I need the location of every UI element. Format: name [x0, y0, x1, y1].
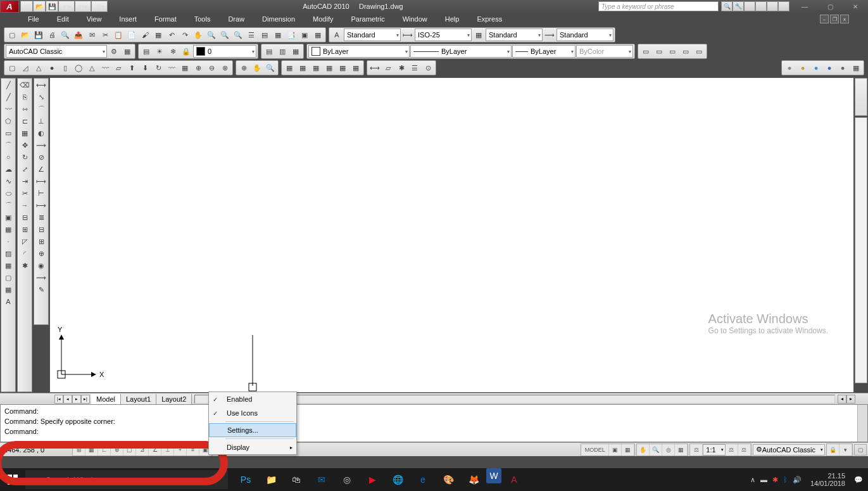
tray-up-icon[interactable]: ∧ — [750, 476, 755, 484]
d-cen-icon[interactable]: ⊕ — [35, 248, 47, 259]
v6-icon[interactable]: ▦ — [349, 61, 362, 74]
clean-screen-icon[interactable]: ▢ — [854, 444, 867, 456]
workspace-status-dropdown[interactable]: ⚙ AutoCAD Classic — [753, 444, 825, 456]
qat-undo-icon[interactable]: ↶▾ — [58, 1, 75, 12]
v4-icon[interactable]: ▦ — [323, 61, 336, 74]
ws-save-icon[interactable]: ▦ — [121, 45, 134, 58]
d-tol-icon[interactable]: ⊞ — [35, 236, 47, 247]
annot-scale-icon[interactable]: ⚖ — [690, 444, 703, 456]
match-icon[interactable]: 🖌 — [139, 29, 151, 41]
mdi-min-button[interactable]: – — [820, 15, 829, 23]
coords-display[interactable]: 1464. 258 , 0 — [1, 446, 71, 454]
scroll-left-icon[interactable]: ◂ — [838, 395, 846, 404]
d-lin-icon[interactable]: ⟷ — [35, 79, 47, 91]
menu-view[interactable]: View — [78, 13, 111, 25]
ducs-button[interactable]: ⊥ — [161, 444, 174, 456]
hatch-icon[interactable]: ▨ — [2, 248, 15, 259]
open-icon[interactable]: 📂 — [19, 29, 32, 41]
swe-icon[interactable]: 〰 — [165, 61, 178, 74]
line-icon[interactable]: ╱ — [2, 79, 15, 91]
mdi-close-button[interactable]: x — [840, 15, 849, 23]
textstyle-icon[interactable]: A — [330, 29, 343, 41]
3dpan-icon[interactable]: ✋ — [251, 61, 263, 74]
mass-icon[interactable]: ✱ — [395, 61, 408, 74]
rect-icon[interactable]: ▭ — [2, 127, 15, 139]
xline-icon[interactable]: ╱ — [2, 91, 15, 103]
explode-icon[interactable]: ✱ — [18, 260, 31, 271]
ortho-button[interactable]: ∟ — [98, 444, 111, 456]
arc-icon[interactable]: ⌒ — [2, 139, 15, 151]
tab-first-icon[interactable]: |◂ — [54, 395, 63, 404]
osnap-button[interactable]: ▢ — [123, 444, 136, 456]
rev-icon[interactable]: ↻ — [152, 61, 165, 74]
ext-icon[interactable]: ⬆ — [125, 61, 138, 74]
drawing-canvas[interactable]: X Y Activate Windows Go to Settings to a… — [49, 77, 854, 393]
mdi-restore-button[interactable]: ❐ — [830, 15, 839, 23]
3dosnap-button[interactable]: ⊿ — [136, 444, 149, 456]
otrack-button[interactable]: ∠ — [149, 444, 161, 456]
qv-layout-icon[interactable]: ▣ — [609, 444, 622, 456]
v2-icon[interactable]: ▦ — [296, 61, 309, 74]
command-window[interactable]: Command: Command: Specify opposite corne… — [0, 404, 868, 442]
app-chrome-icon[interactable]: 🌐 — [385, 468, 410, 491]
app-groove-icon[interactable]: ◎ — [334, 468, 360, 491]
grid-button[interactable]: ▦ — [85, 444, 98, 456]
sb-pan-icon[interactable]: ✋ — [637, 444, 650, 456]
pp-icon[interactable]: ⬇ — [139, 61, 151, 74]
markup-icon[interactable]: ▣ — [298, 29, 311, 41]
color-dropdown[interactable]: ByLayer — [308, 45, 410, 58]
spline-icon[interactable]: ∿ — [2, 175, 15, 187]
d-cont-icon[interactable]: ⟼ — [35, 200, 47, 211]
array-icon[interactable]: ▦ — [18, 127, 31, 139]
wedge-icon[interactable]: ◿ — [19, 61, 32, 74]
help-search-input[interactable]: Type a keyword or phrase — [598, 1, 719, 11]
menu-dimension[interactable]: Dimension — [253, 13, 304, 25]
menu-insert[interactable]: Insert — [110, 13, 146, 25]
tablestyle-dropdown[interactable]: Standard — [486, 29, 543, 41]
scroll-right-icon[interactable]: ▸ — [846, 395, 855, 404]
pline-icon[interactable]: 〰 — [2, 103, 15, 115]
tab-last-icon[interactable]: ▸| — [81, 395, 90, 404]
table-icon[interactable]: ▦ — [2, 284, 15, 295]
tray-battery-icon[interactable]: ▬ — [760, 476, 767, 483]
app-edge-icon[interactable]: e — [410, 468, 436, 491]
preview-icon[interactable]: 🔍 — [59, 29, 72, 41]
sb-show-icon[interactable]: ▦ — [675, 444, 688, 456]
copy-icon[interactable]: 📋 — [112, 29, 125, 41]
notifications-icon[interactable]: 💬 — [854, 476, 863, 484]
send-icon[interactable]: ✉ — [85, 29, 98, 41]
move-icon[interactable]: ✥ — [18, 139, 31, 151]
fillet-icon[interactable]: ◜ — [18, 248, 31, 259]
torus-icon[interactable]: ◯ — [72, 61, 85, 74]
cut-icon[interactable]: ✂ — [99, 29, 111, 41]
menu-parametric[interactable]: Parametric — [342, 13, 393, 25]
taskbar-clock[interactable]: 21.15 14/01/2018 — [807, 472, 849, 487]
v5-icon[interactable]: ▦ — [336, 61, 349, 74]
menu-file[interactable]: File — [19, 13, 48, 25]
stretch-icon[interactable]: ⇥ — [18, 175, 31, 187]
sphere-icon[interactable]: ● — [46, 61, 58, 74]
join-icon[interactable]: ⊞ — [18, 224, 31, 235]
menu-modify[interactable]: Modify — [304, 13, 342, 25]
mt3-icon[interactable]: ▭ — [666, 45, 679, 58]
break-icon[interactable]: ⊟ — [18, 212, 31, 223]
app-autocad-icon[interactable]: A — [501, 468, 527, 491]
app-firefox-icon[interactable]: 🦊 — [461, 468, 486, 491]
r1-icon[interactable]: ● — [783, 61, 796, 74]
lineweight-dropdown[interactable]: ByLayer — [512, 45, 576, 58]
copy-obj-icon[interactable]: ⎘ — [18, 91, 31, 103]
tp-icon[interactable]: ▦ — [272, 29, 284, 41]
annot-auto-icon[interactable]: ⚖ — [738, 444, 751, 456]
cone-icon[interactable]: △ — [32, 61, 45, 74]
menu-tools[interactable]: Tools — [186, 13, 220, 25]
ellarc-icon[interactable]: ⌒ — [2, 200, 15, 211]
d-ali-icon[interactable]: ⤡ — [35, 91, 47, 103]
v1-icon[interactable]: ▦ — [283, 61, 296, 74]
undo-icon[interactable]: ↶ — [165, 29, 178, 41]
hel-icon[interactable]: 〰 — [99, 61, 111, 74]
erase-icon[interactable]: ⌫ — [18, 79, 31, 91]
d-base-icon[interactable]: ⊢ — [35, 188, 47, 199]
d-arc-icon[interactable]: ⌒ — [35, 103, 47, 115]
plotstyle-dropdown[interactable]: ByColor — [576, 45, 633, 58]
close-button[interactable]: ✕ — [843, 1, 868, 12]
